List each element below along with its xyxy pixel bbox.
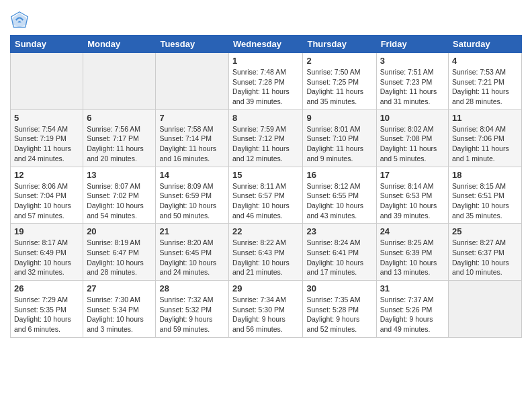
day-cell: 29Sunrise: 7:34 AM Sunset: 5:30 PM Dayli… <box>229 281 303 338</box>
day-number: 12 <box>14 170 79 180</box>
day-cell: 22Sunrise: 8:22 AM Sunset: 6:43 PM Dayli… <box>229 224 303 281</box>
calendar-table: SundayMondayTuesdayWednesdayThursdayFrid… <box>10 35 522 338</box>
day-info: Sunrise: 8:22 AM Sunset: 6:43 PM Dayligh… <box>232 238 299 277</box>
day-info: Sunrise: 8:15 AM Sunset: 6:51 PM Dayligh… <box>452 181 518 221</box>
day-number: 14 <box>159 170 225 180</box>
day-cell: 27Sunrise: 7:30 AM Sunset: 5:34 PM Dayli… <box>83 281 156 338</box>
day-info: Sunrise: 7:29 AM Sunset: 5:35 PM Dayligh… <box>14 295 79 334</box>
day-cell: 5Sunrise: 7:54 AM Sunset: 7:19 PM Daylig… <box>11 109 83 167</box>
day-cell: 3Sunrise: 7:51 AM Sunset: 7:23 PM Daylig… <box>376 53 448 110</box>
day-cell <box>11 53 83 110</box>
day-number: 30 <box>306 283 372 293</box>
day-number: 31 <box>380 283 445 293</box>
day-number: 6 <box>87 113 152 123</box>
day-info: Sunrise: 7:37 AM Sunset: 5:26 PM Dayligh… <box>380 295 445 334</box>
day-number: 22 <box>232 226 299 236</box>
day-cell: 15Sunrise: 8:11 AM Sunset: 6:57 PM Dayli… <box>229 167 303 224</box>
day-number: 28 <box>159 283 225 293</box>
day-info: Sunrise: 8:25 AM Sunset: 6:39 PM Dayligh… <box>380 238 445 277</box>
day-number: 4 <box>452 56 518 66</box>
day-number: 8 <box>232 113 299 123</box>
weekday-header-row: SundayMondayTuesdayWednesdayThursdayFrid… <box>11 36 522 53</box>
week-row-3: 12Sunrise: 8:06 AM Sunset: 7:04 PM Dayli… <box>11 167 522 224</box>
day-number: 21 <box>159 226 225 236</box>
day-cell: 30Sunrise: 7:35 AM Sunset: 5:28 PM Dayli… <box>303 281 376 338</box>
day-info: Sunrise: 8:04 AM Sunset: 7:06 PM Dayligh… <box>452 124 518 164</box>
weekday-header-wednesday: Wednesday <box>229 36 303 53</box>
day-number: 19 <box>14 226 79 236</box>
day-cell: 8Sunrise: 7:59 AM Sunset: 7:12 PM Daylig… <box>229 109 303 167</box>
day-cell: 24Sunrise: 8:25 AM Sunset: 6:39 PM Dayli… <box>376 224 448 281</box>
day-info: Sunrise: 7:59 AM Sunset: 7:12 PM Dayligh… <box>232 124 299 164</box>
day-number: 29 <box>232 283 299 293</box>
day-info: Sunrise: 8:11 AM Sunset: 6:57 PM Dayligh… <box>232 181 299 221</box>
page-container: SundayMondayTuesdayWednesdayThursdayFrid… <box>0 0 532 348</box>
day-info: Sunrise: 8:17 AM Sunset: 6:49 PM Dayligh… <box>14 238 79 277</box>
day-cell: 1Sunrise: 7:48 AM Sunset: 7:28 PM Daylig… <box>229 53 303 110</box>
header <box>10 7 522 30</box>
day-info: Sunrise: 7:32 AM Sunset: 5:32 PM Dayligh… <box>159 295 225 334</box>
day-info: Sunrise: 7:54 AM Sunset: 7:19 PM Dayligh… <box>14 124 79 164</box>
day-cell: 12Sunrise: 8:06 AM Sunset: 7:04 PM Dayli… <box>11 167 83 224</box>
week-row-1: 1Sunrise: 7:48 AM Sunset: 7:28 PM Daylig… <box>11 53 522 110</box>
day-cell: 21Sunrise: 8:20 AM Sunset: 6:45 PM Dayli… <box>156 224 229 281</box>
day-number: 3 <box>380 56 445 66</box>
day-info: Sunrise: 8:24 AM Sunset: 6:41 PM Dayligh… <box>306 238 372 277</box>
day-number: 16 <box>306 170 372 180</box>
day-info: Sunrise: 7:35 AM Sunset: 5:28 PM Dayligh… <box>306 295 372 334</box>
day-number: 15 <box>232 170 299 180</box>
day-cell: 14Sunrise: 8:09 AM Sunset: 6:59 PM Dayli… <box>156 167 229 224</box>
day-cell: 25Sunrise: 8:27 AM Sunset: 6:37 PM Dayli… <box>449 224 522 281</box>
day-number: 18 <box>452 170 518 180</box>
weekday-header-tuesday: Tuesday <box>156 36 229 53</box>
day-info: Sunrise: 7:34 AM Sunset: 5:30 PM Dayligh… <box>232 295 299 334</box>
day-info: Sunrise: 8:01 AM Sunset: 7:10 PM Dayligh… <box>306 124 372 164</box>
day-cell: 23Sunrise: 8:24 AM Sunset: 6:41 PM Dayli… <box>303 224 376 281</box>
day-info: Sunrise: 7:51 AM Sunset: 7:23 PM Dayligh… <box>380 67 445 107</box>
day-cell: 4Sunrise: 7:53 AM Sunset: 7:21 PM Daylig… <box>449 53 522 110</box>
day-info: Sunrise: 8:09 AM Sunset: 6:59 PM Dayligh… <box>159 181 225 221</box>
weekday-header-saturday: Saturday <box>449 36 522 53</box>
day-number: 20 <box>87 226 152 236</box>
day-number: 26 <box>14 283 79 293</box>
day-cell: 7Sunrise: 7:58 AM Sunset: 7:14 PM Daylig… <box>156 109 229 167</box>
week-row-2: 5Sunrise: 7:54 AM Sunset: 7:19 PM Daylig… <box>11 109 522 167</box>
day-number: 17 <box>380 170 445 180</box>
day-info: Sunrise: 7:56 AM Sunset: 7:17 PM Dayligh… <box>87 124 152 164</box>
day-number: 1 <box>232 56 299 66</box>
day-info: Sunrise: 8:20 AM Sunset: 6:45 PM Dayligh… <box>159 238 225 277</box>
day-number: 10 <box>380 113 445 123</box>
day-cell: 9Sunrise: 8:01 AM Sunset: 7:10 PM Daylig… <box>303 109 376 167</box>
day-cell: 20Sunrise: 8:19 AM Sunset: 6:47 PM Dayli… <box>83 224 156 281</box>
day-number: 27 <box>87 283 152 293</box>
day-cell: 10Sunrise: 8:02 AM Sunset: 7:08 PM Dayli… <box>376 109 448 167</box>
weekday-header-friday: Friday <box>376 36 448 53</box>
day-number: 23 <box>306 226 372 236</box>
week-row-5: 26Sunrise: 7:29 AM Sunset: 5:35 PM Dayli… <box>11 281 522 338</box>
day-info: Sunrise: 8:19 AM Sunset: 6:47 PM Dayligh… <box>87 238 152 277</box>
day-cell <box>449 281 522 338</box>
day-cell <box>156 53 229 110</box>
weekday-header-sunday: Sunday <box>11 36 83 53</box>
day-number: 24 <box>380 226 445 236</box>
day-cell: 13Sunrise: 8:07 AM Sunset: 7:02 PM Dayli… <box>83 167 156 224</box>
day-info: Sunrise: 8:12 AM Sunset: 6:55 PM Dayligh… <box>306 181 372 221</box>
day-number: 2 <box>306 56 372 66</box>
day-info: Sunrise: 7:58 AM Sunset: 7:14 PM Dayligh… <box>159 124 225 164</box>
day-info: Sunrise: 7:30 AM Sunset: 5:34 PM Dayligh… <box>87 295 152 334</box>
day-cell: 11Sunrise: 8:04 AM Sunset: 7:06 PM Dayli… <box>449 109 522 167</box>
day-cell <box>83 53 156 110</box>
day-number: 11 <box>452 113 518 123</box>
logo-icon <box>10 11 29 30</box>
day-cell: 6Sunrise: 7:56 AM Sunset: 7:17 PM Daylig… <box>83 109 156 167</box>
day-number: 5 <box>14 113 79 123</box>
day-number: 9 <box>306 113 372 123</box>
day-info: Sunrise: 8:06 AM Sunset: 7:04 PM Dayligh… <box>14 181 79 221</box>
day-info: Sunrise: 8:07 AM Sunset: 7:02 PM Dayligh… <box>87 181 152 221</box>
weekday-header-monday: Monday <box>83 36 156 53</box>
weekday-header-thursday: Thursday <box>303 36 376 53</box>
day-info: Sunrise: 8:27 AM Sunset: 6:37 PM Dayligh… <box>452 238 518 277</box>
logo <box>10 11 32 30</box>
day-number: 7 <box>159 113 225 123</box>
day-cell: 17Sunrise: 8:14 AM Sunset: 6:53 PM Dayli… <box>376 167 448 224</box>
